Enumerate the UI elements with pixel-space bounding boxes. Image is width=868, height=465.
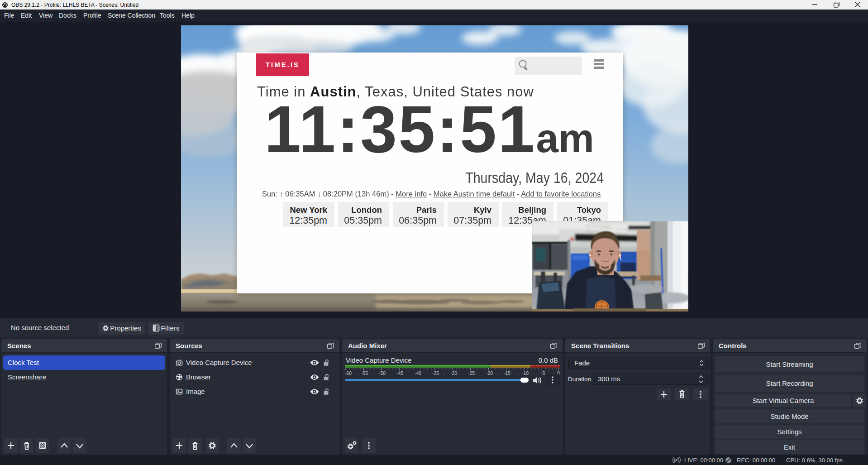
svg-text:-55: -55	[361, 370, 368, 376]
svg-text:-30: -30	[450, 370, 457, 376]
svg-text:-35: -35	[432, 370, 439, 376]
svg-text:-50: -50	[379, 370, 386, 376]
svg-text:-60: -60	[345, 370, 352, 376]
svg-text:-20: -20	[486, 370, 493, 376]
svg-text:-40: -40	[415, 370, 421, 376]
svg-text:-45: -45	[396, 370, 403, 376]
svg-text:-15: -15	[504, 370, 510, 376]
svg-text:-10: -10	[522, 370, 529, 376]
svg-text:-25: -25	[468, 370, 475, 376]
svg-text:-5: -5	[541, 370, 545, 376]
